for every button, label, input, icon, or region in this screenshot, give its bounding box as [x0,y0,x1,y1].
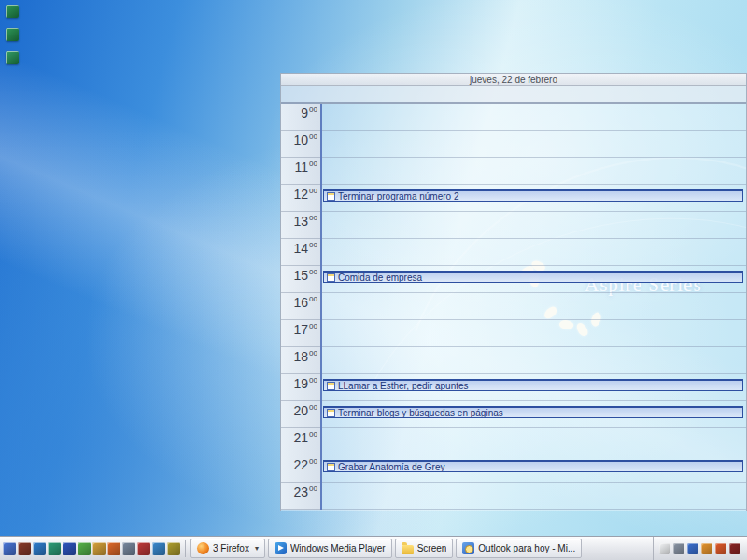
hour-number: 10 [294,133,309,147]
quicklaunch-icon-3[interactable] [33,542,46,555]
wmp-icon [275,542,287,554]
task-button-label: Screen [417,543,447,553]
taskbar-button-firefox[interactable]: 3 Firefox▾ [190,539,265,558]
calendar-event[interactable]: Comida de empresa [323,271,743,283]
quicklaunch-icon-6[interactable] [78,542,91,555]
event-title: Terminar blogs y búsquedas en páginas [338,408,503,418]
chevron-down-icon: ▾ [255,544,259,553]
task-button-label: 3 Firefox [213,543,249,553]
calendar-grid: Terminar programa número 2Comida de empr… [320,104,746,510]
task-buttons: 3 Firefox▾Windows Media PlayerScreenOutl… [190,539,582,558]
quicklaunch-icon-12[interactable] [167,542,180,555]
calendar-event[interactable]: LLamar a Esther, pedir apuntes [323,379,743,391]
hour-minutes: 00 [309,160,317,168]
hour-label: 1200 [281,185,320,212]
hour-number: 19 [294,376,309,391]
desktop: Aspire Series jueves, 22 de febrero 9001… [0,0,747,560]
hour-number: 12 [294,187,309,202]
folder-icon [402,545,414,554]
tray-icon-6[interactable] [729,543,740,554]
calendar-event[interactable]: Terminar programa número 2 [323,189,743,202]
taskbar-button-folder[interactable]: Screen [395,539,454,558]
quicklaunch-icon-2[interactable] [18,542,31,555]
taskbar-divider [185,540,186,557]
hour-label: 1000 [281,131,320,158]
time-slot-row [322,347,746,374]
event-title: Comida de empresa [338,273,422,283]
event-icon [327,382,335,390]
tray-icon-3[interactable] [687,543,698,554]
event-icon [327,409,335,417]
quick-launch [3,542,180,555]
time-slot-row [322,104,746,131]
taskbar-button-outlook[interactable]: Outlook para hoy - Mi... [456,539,582,558]
hour-minutes: 00 [309,214,317,222]
calendar-date-header: jueves, 22 de febrero [281,74,746,86]
hour-minutes: 00 [309,349,317,357]
calendar-allday-row [281,86,746,104]
hour-minutes: 00 [309,268,317,276]
event-icon [327,463,335,471]
desktop-icon-1[interactable] [6,5,19,18]
hour-label: 1100 [281,158,320,185]
hour-minutes: 00 [309,295,317,303]
time-slot-row [322,293,746,320]
hour-label: 900 [281,104,320,131]
hour-number: 13 [294,214,309,229]
time-slot-row [322,239,746,266]
quicklaunch-icon-11[interactable] [152,542,165,555]
hour-label: 1800 [281,347,320,374]
task-button-label: Windows Media Player [290,543,386,553]
hour-minutes: 00 [309,457,317,466]
tray-icon-1[interactable] [659,543,670,554]
hour-minutes: 00 [309,430,317,439]
hour-minutes: 00 [309,241,317,249]
quicklaunch-icon-4[interactable] [48,542,61,555]
firefox-icon [197,542,209,554]
event-icon [327,273,335,282]
quicklaunch-icon-7[interactable] [92,542,106,555]
hour-label: 1300 [281,212,320,239]
calendar-event[interactable]: Terminar blogs y búsquedas en páginas [323,406,743,418]
time-slot-row [322,320,746,347]
hour-label: 1700 [281,320,320,347]
hour-number: 17 [294,322,309,337]
hour-label: 2100 [281,428,320,455]
desktop-icon-2[interactable] [6,28,19,41]
hour-label: 2000 [281,401,320,428]
system-tray [653,537,744,560]
quicklaunch-icon-10[interactable] [137,542,150,555]
time-column: 9001000110012001300140015001600170018001… [281,104,320,510]
tray-icon-4[interactable] [701,543,712,554]
event-icon [327,192,335,201]
time-slot-row [322,131,746,158]
outlook-icon [462,542,474,554]
hour-number: 22 [294,457,309,472]
hour-number: 11 [295,160,309,175]
task-button-label: Outlook para hoy - Mi... [478,543,575,553]
quicklaunch-icon-8[interactable] [107,542,120,555]
hour-label: 1900 [281,374,320,401]
quicklaunch-icon-5[interactable] [63,542,76,555]
quicklaunch-icon-9[interactable] [122,542,135,555]
tray-icon-5[interactable] [715,543,726,554]
hour-minutes: 00 [309,105,317,114]
taskbar-button-wmp[interactable]: Windows Media Player [268,539,392,558]
time-slot-row [322,483,746,510]
hour-minutes: 00 [309,403,317,412]
hour-minutes: 00 [309,322,317,330]
hour-label: 1600 [281,293,320,320]
event-title: Grabar Anatomía de Grey [338,462,445,472]
hour-label: 1400 [281,239,320,266]
hour-number: 21 [294,430,309,445]
desktop-icon-3[interactable] [6,51,19,64]
tray-icon-2[interactable] [673,543,684,554]
hour-minutes: 00 [309,187,317,195]
hour-label: 2300 [281,483,320,510]
hour-minutes: 00 [309,376,317,385]
hour-minutes: 00 [309,133,317,141]
calendar-body: 9001000110012001300140015001600170018001… [281,104,746,510]
hour-label: 2200 [281,455,320,483]
calendar-event[interactable]: Grabar Anatomía de Grey [323,460,743,472]
quicklaunch-icon-1[interactable] [3,542,16,555]
